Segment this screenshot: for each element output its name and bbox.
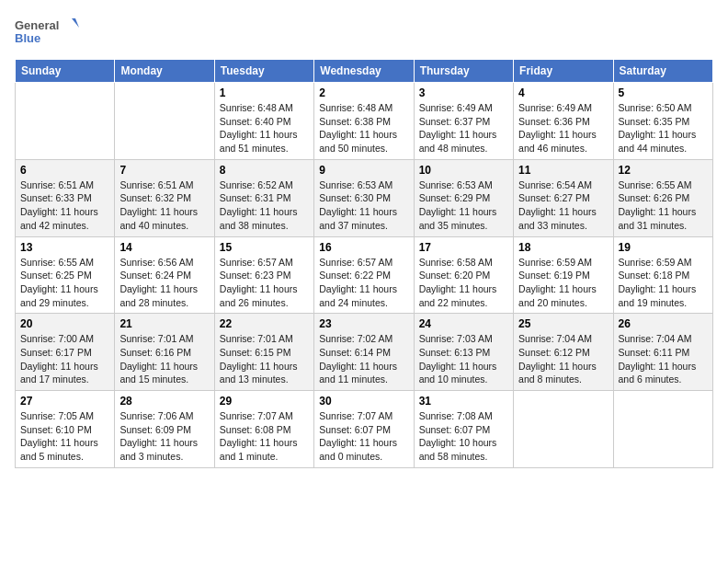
day-number: 1 (220, 86, 309, 99)
calendar-cell: 24Sunrise: 7:03 AMSunset: 6:13 PMDayligh… (414, 314, 513, 391)
day-number: 5 (619, 86, 708, 99)
calendar-cell: 11Sunrise: 6:54 AMSunset: 6:27 PMDayligh… (514, 159, 613, 236)
cell-content: Sunrise: 7:06 AMSunset: 6:09 PMDaylight:… (119, 409, 209, 464)
weekday-header: Saturday (613, 60, 712, 83)
cell-content: Sunrise: 7:07 AMSunset: 6:07 PMDaylight:… (319, 409, 408, 464)
calendar-cell: 22Sunrise: 7:01 AMSunset: 6:15 PMDayligh… (214, 314, 313, 391)
weekday-header: Tuesday (214, 60, 313, 83)
day-number: 10 (419, 164, 508, 177)
day-number: 12 (619, 164, 708, 177)
cell-content: Sunrise: 6:48 AMSunset: 6:38 PMDaylight:… (319, 101, 408, 155)
cell-content: Sunrise: 6:58 AMSunset: 6:20 PMDaylight:… (419, 256, 508, 310)
day-number: 30 (319, 395, 408, 408)
cell-content: Sunrise: 7:01 AMSunset: 6:16 PMDaylight:… (119, 332, 209, 386)
cell-content: Sunrise: 7:04 AMSunset: 6:11 PMDaylight:… (619, 332, 708, 386)
calendar-cell: 20Sunrise: 7:00 AMSunset: 6:17 PMDayligh… (16, 314, 115, 391)
svg-text:General: General (15, 18, 59, 32)
day-number: 8 (220, 164, 309, 177)
weekday-header-row: SundayMondayTuesdayWednesdayThursdayFrid… (16, 60, 713, 83)
calendar-cell: 7Sunrise: 6:51 AMSunset: 6:32 PMDaylight… (115, 159, 214, 236)
day-number: 16 (319, 241, 408, 254)
weekday-header: Friday (514, 60, 613, 83)
calendar-cell: 12Sunrise: 6:55 AMSunset: 6:26 PMDayligh… (613, 159, 712, 236)
cell-content: Sunrise: 7:03 AMSunset: 6:13 PMDaylight:… (419, 332, 508, 386)
day-number: 26 (619, 317, 708, 330)
cell-content: Sunrise: 6:51 AMSunset: 6:33 PMDaylight:… (20, 178, 109, 233)
day-number: 20 (20, 317, 109, 330)
day-number: 14 (119, 241, 209, 254)
calendar-cell: 31Sunrise: 7:08 AMSunset: 6:07 PMDayligh… (414, 391, 513, 468)
calendar-week-row: 13Sunrise: 6:55 AMSunset: 6:25 PMDayligh… (16, 236, 713, 314)
cell-content: Sunrise: 7:07 AMSunset: 6:08 PMDaylight:… (220, 409, 309, 464)
logo-svg: General Blue (15, 15, 79, 52)
calendar-cell: 21Sunrise: 7:01 AMSunset: 6:16 PMDayligh… (115, 314, 214, 391)
calendar-cell: 16Sunrise: 6:57 AMSunset: 6:22 PMDayligh… (314, 236, 414, 314)
cell-content: Sunrise: 6:49 AMSunset: 6:36 PMDaylight:… (518, 101, 608, 155)
calendar-cell: 3Sunrise: 6:49 AMSunset: 6:37 PMDaylight… (414, 83, 513, 160)
calendar-cell: 15Sunrise: 6:57 AMSunset: 6:23 PMDayligh… (214, 236, 313, 314)
calendar-week-row: 1Sunrise: 6:48 AMSunset: 6:40 PMDaylight… (16, 83, 713, 160)
calendar-cell: 14Sunrise: 6:56 AMSunset: 6:24 PMDayligh… (115, 236, 214, 314)
calendar-cell (16, 83, 115, 160)
calendar-cell: 23Sunrise: 7:02 AMSunset: 6:14 PMDayligh… (314, 314, 414, 391)
day-number: 19 (619, 241, 708, 254)
cell-content: Sunrise: 6:56 AMSunset: 6:24 PMDaylight:… (119, 256, 209, 310)
cell-content: Sunrise: 6:55 AMSunset: 6:25 PMDaylight:… (20, 256, 109, 310)
cell-content: Sunrise: 7:05 AMSunset: 6:10 PMDaylight:… (20, 409, 109, 464)
cell-content: Sunrise: 7:00 AMSunset: 6:17 PMDaylight:… (20, 332, 109, 386)
day-number: 15 (220, 241, 309, 254)
cell-content: Sunrise: 6:59 AMSunset: 6:18 PMDaylight:… (619, 256, 708, 310)
cell-content: Sunrise: 6:57 AMSunset: 6:22 PMDaylight:… (319, 256, 408, 310)
day-number: 3 (419, 86, 508, 99)
cell-content: Sunrise: 6:51 AMSunset: 6:32 PMDaylight:… (119, 178, 209, 233)
calendar-cell: 5Sunrise: 6:50 AMSunset: 6:35 PMDaylight… (613, 83, 712, 160)
calendar-cell (613, 391, 712, 468)
logo: General Blue (15, 15, 79, 52)
day-number: 29 (220, 395, 309, 408)
cell-content: Sunrise: 6:52 AMSunset: 6:31 PMDaylight:… (220, 178, 309, 233)
cell-content: Sunrise: 6:57 AMSunset: 6:23 PMDaylight:… (220, 256, 309, 310)
calendar-cell (514, 391, 613, 468)
calendar-cell: 9Sunrise: 6:53 AMSunset: 6:30 PMDaylight… (314, 159, 414, 236)
day-number: 31 (419, 395, 508, 408)
calendar-cell (115, 83, 214, 160)
cell-content: Sunrise: 6:53 AMSunset: 6:30 PMDaylight:… (319, 178, 408, 233)
cell-content: Sunrise: 6:53 AMSunset: 6:29 PMDaylight:… (419, 178, 508, 233)
cell-content: Sunrise: 6:49 AMSunset: 6:37 PMDaylight:… (419, 101, 508, 155)
calendar-cell: 1Sunrise: 6:48 AMSunset: 6:40 PMDaylight… (214, 83, 313, 160)
calendar-cell: 26Sunrise: 7:04 AMSunset: 6:11 PMDayligh… (613, 314, 712, 391)
cell-content: Sunrise: 7:04 AMSunset: 6:12 PMDaylight:… (518, 332, 608, 386)
page-header: General Blue (15, 15, 713, 52)
day-number: 17 (419, 241, 508, 254)
weekday-header: Wednesday (314, 60, 414, 83)
cell-content: Sunrise: 6:59 AMSunset: 6:19 PMDaylight:… (518, 256, 608, 310)
calendar-week-row: 20Sunrise: 7:00 AMSunset: 6:17 PMDayligh… (16, 314, 713, 391)
calendar-cell: 27Sunrise: 7:05 AMSunset: 6:10 PMDayligh… (16, 391, 115, 468)
calendar-cell: 18Sunrise: 6:59 AMSunset: 6:19 PMDayligh… (514, 236, 613, 314)
calendar-cell: 13Sunrise: 6:55 AMSunset: 6:25 PMDayligh… (16, 236, 115, 314)
weekday-header: Monday (115, 60, 214, 83)
cell-content: Sunrise: 6:55 AMSunset: 6:26 PMDaylight:… (619, 178, 708, 233)
svg-marker-2 (72, 18, 79, 28)
cell-content: Sunrise: 7:08 AMSunset: 6:07 PMDaylight:… (419, 409, 508, 464)
calendar-cell: 6Sunrise: 6:51 AMSunset: 6:33 PMDaylight… (16, 159, 115, 236)
cell-content: Sunrise: 7:01 AMSunset: 6:15 PMDaylight:… (220, 332, 309, 386)
weekday-header: Sunday (16, 60, 115, 83)
calendar-week-row: 6Sunrise: 6:51 AMSunset: 6:33 PMDaylight… (16, 159, 713, 236)
day-number: 22 (220, 317, 309, 330)
calendar-cell: 10Sunrise: 6:53 AMSunset: 6:29 PMDayligh… (414, 159, 513, 236)
cell-content: Sunrise: 6:48 AMSunset: 6:40 PMDaylight:… (220, 101, 309, 155)
day-number: 2 (319, 86, 408, 99)
cell-content: Sunrise: 7:02 AMSunset: 6:14 PMDaylight:… (319, 332, 408, 386)
day-number: 23 (319, 317, 408, 330)
day-number: 25 (518, 317, 608, 330)
weekday-header: Thursday (414, 60, 513, 83)
cell-content: Sunrise: 6:54 AMSunset: 6:27 PMDaylight:… (518, 178, 608, 233)
calendar-cell: 25Sunrise: 7:04 AMSunset: 6:12 PMDayligh… (514, 314, 613, 391)
svg-text:Blue: Blue (15, 31, 40, 45)
day-number: 9 (319, 164, 408, 177)
day-number: 4 (518, 86, 608, 99)
day-number: 7 (119, 164, 209, 177)
calendar-week-row: 27Sunrise: 7:05 AMSunset: 6:10 PMDayligh… (16, 391, 713, 468)
cell-content: Sunrise: 6:50 AMSunset: 6:35 PMDaylight:… (619, 101, 708, 155)
